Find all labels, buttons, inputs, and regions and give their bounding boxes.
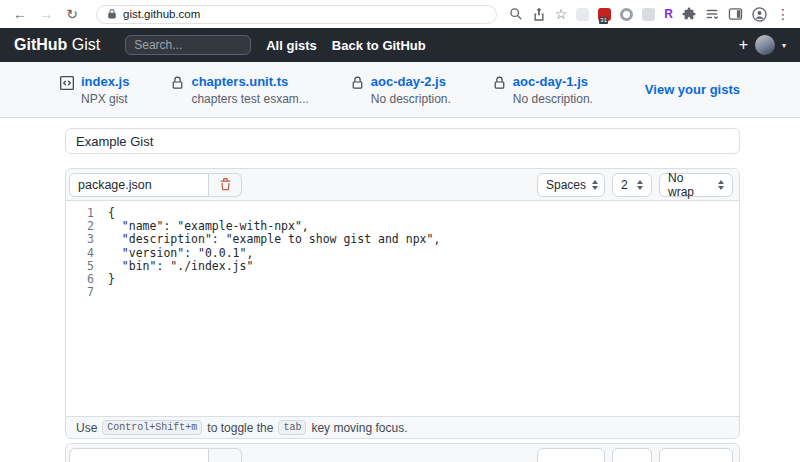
code-square-icon xyxy=(60,76,74,90)
view-your-gists-link[interactable]: View your gists xyxy=(645,82,740,97)
browser-toolbar: ← → ↻ gist.github.com ☆ 31 R xyxy=(0,0,800,28)
indent-size-select-2[interactable] xyxy=(612,448,652,462)
recent-gist-item: aoc-day-1.js No description. xyxy=(493,74,593,106)
extension-calendar-icon[interactable]: 31 xyxy=(598,8,611,21)
search-input[interactable] xyxy=(125,35,251,55)
recent-gist-item: chapters.unit.ts chapters test esxam... xyxy=(171,74,308,106)
filename-input[interactable] xyxy=(69,173,209,197)
wrap-mode-value: No wrap xyxy=(668,171,712,199)
code-line: 3 "description": "example to show gist a… xyxy=(66,233,739,246)
code-line: 7 xyxy=(66,286,739,299)
lock-icon xyxy=(351,76,364,90)
side-panel-icon[interactable] xyxy=(728,7,743,21)
github-gist-header: GitHub Gist All gists Back to GitHub + ▾ xyxy=(0,28,800,62)
hint-text: key moving focus. xyxy=(311,421,407,435)
code-editor[interactable]: 1{ 2 "name": "example-with-npx", 3 "desc… xyxy=(66,201,739,416)
reading-list-icon[interactable] xyxy=(705,7,719,21)
trash-icon xyxy=(219,178,232,191)
extension-icon-2[interactable] xyxy=(642,8,655,21)
recent-gist-item: index.js NPX gist xyxy=(60,74,129,106)
hint-text: to toggle the xyxy=(207,421,273,435)
gist-description: No description. xyxy=(371,92,451,106)
reload-icon[interactable]: ↻ xyxy=(62,7,82,21)
gist-name-link[interactable]: chapters.unit.ts xyxy=(191,74,308,89)
delete-file-button[interactable] xyxy=(209,173,242,197)
nav-all-gists[interactable]: All gists xyxy=(266,38,317,53)
indent-mode-value: Spaces xyxy=(546,178,586,192)
select-arrows-icon xyxy=(718,180,724,190)
file-card: Spaces 2 No wrap 1{ 2 "name": "example-w… xyxy=(65,168,740,439)
extension-badge: 31 xyxy=(599,17,608,24)
delete-file-button-2[interactable] xyxy=(209,448,242,462)
avatar-caret-icon[interactable]: ▾ xyxy=(782,41,786,50)
gist-name-link[interactable]: aoc-day-2.js xyxy=(371,74,451,89)
recent-gists-strip: index.js NPX gist chapters.unit.ts chapt… xyxy=(0,62,800,118)
share-icon[interactable] xyxy=(532,7,546,21)
select-arrows-icon xyxy=(637,180,643,190)
lock-icon xyxy=(493,76,506,90)
gist-description: No description. xyxy=(513,92,593,106)
browser-profile-icon[interactable] xyxy=(752,7,767,22)
editor-hint-bar: Use Control+Shift+m to toggle the tab ke… xyxy=(66,416,739,438)
gist-name-link[interactable]: index.js xyxy=(81,74,129,89)
url-text: gist.github.com xyxy=(123,8,200,20)
kbd-tab: tab xyxy=(278,420,306,435)
logo-github-text: GitHub xyxy=(14,36,67,53)
lock-icon xyxy=(107,8,117,20)
browser-menu-icon[interactable]: ⋮ xyxy=(776,7,790,21)
lock-icon xyxy=(171,76,184,90)
address-bar[interactable]: gist.github.com xyxy=(96,5,497,24)
user-avatar[interactable] xyxy=(755,35,775,55)
file-header xyxy=(66,444,739,462)
code-line: 5 "bin": "./index.js" xyxy=(66,260,739,273)
extension-icon-1[interactable] xyxy=(576,8,589,21)
gist-description: chapters test esxam... xyxy=(191,92,308,106)
indent-mode-select[interactable]: Spaces xyxy=(537,173,605,197)
gist-description-input[interactable] xyxy=(65,128,740,154)
indent-mode-select-2[interactable] xyxy=(537,448,605,462)
github-gist-logo[interactable]: GitHub Gist xyxy=(14,36,100,54)
new-gist-button[interactable]: + xyxy=(739,36,748,54)
wrap-mode-select-2[interactable] xyxy=(659,448,733,462)
hint-text: Use xyxy=(76,421,97,435)
code-line: 6} xyxy=(66,273,739,286)
nav-back-to-github[interactable]: Back to GitHub xyxy=(332,38,426,53)
recent-gist-item: aoc-day-2.js No description. xyxy=(351,74,451,106)
line-number: 3 xyxy=(66,233,94,246)
select-arrows-icon xyxy=(592,180,598,190)
bookmark-star-icon[interactable]: ☆ xyxy=(555,7,568,21)
second-file-card xyxy=(65,443,740,462)
logo-gist-text: Gist xyxy=(72,36,100,53)
gist-form: Spaces 2 No wrap 1{ 2 "name": "example-w… xyxy=(0,118,800,462)
extension-r-icon[interactable]: R xyxy=(664,8,673,21)
browser-toolbar-icons: ☆ 31 R ⋮ xyxy=(509,7,790,22)
forward-icon[interactable]: → xyxy=(36,7,56,21)
code-line: 4 "version": "0.0.1", xyxy=(66,247,739,260)
extension-circle-icon[interactable] xyxy=(620,8,633,21)
indent-size-select[interactable]: 2 xyxy=(612,173,652,197)
indent-size-value: 2 xyxy=(621,178,628,192)
line-number: 7 xyxy=(66,286,94,299)
gist-name-link[interactable]: aoc-day-1.js xyxy=(513,74,593,89)
line-number: 4 xyxy=(66,247,94,260)
extensions-puzzle-icon[interactable] xyxy=(682,7,696,21)
back-icon[interactable]: ← xyxy=(10,7,30,21)
zoom-magnifier-icon[interactable] xyxy=(509,7,523,21)
file-header: Spaces 2 No wrap xyxy=(66,169,739,201)
kbd-control-shift-m: Control+Shift+m xyxy=(102,420,202,435)
filename-input-2[interactable] xyxy=(69,448,209,462)
wrap-mode-select[interactable]: No wrap xyxy=(659,173,733,197)
gist-description: NPX gist xyxy=(81,92,129,106)
